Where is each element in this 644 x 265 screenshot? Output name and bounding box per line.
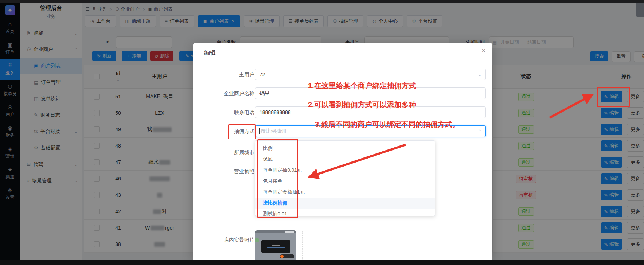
- store-photo-thumbnail[interactable]: [255, 230, 296, 260]
- annotation-note-1: 1.在这里给某个商户绑定抽佣方式: [308, 81, 416, 91]
- modal-title: 编辑: [204, 49, 216, 57]
- dropdown-option[interactable]: 比例: [255, 143, 435, 154]
- close-icon[interactable]: ×: [481, 47, 485, 55]
- merchant-name-label: 企业商户名称: [197, 90, 254, 97]
- dropdown-option[interactable]: 按比例抽佣: [255, 198, 435, 209]
- chevron-up-icon: ⌃: [478, 129, 482, 134]
- dropdown-option[interactable]: 每单固定抽0.01元: [255, 165, 435, 176]
- city-label: 所属城市: [197, 149, 254, 156]
- main-user-label: 主用户: [197, 71, 254, 78]
- license-label: 营业执照: [197, 168, 254, 175]
- store-photos-label: 店内实景照片: [197, 237, 254, 243]
- photo-upload-box[interactable]: [302, 230, 346, 261]
- phone-label: 联系电话: [197, 109, 254, 116]
- dropdown-option[interactable]: 保底: [255, 154, 435, 165]
- annotation-note-2: 2.可以看到抽佣方式可以添加多种: [308, 100, 416, 110]
- top-strip: [0, 0, 644, 3]
- corner-square: [636, 3, 644, 17]
- dropdown-option[interactable]: 包月接单: [255, 176, 435, 187]
- edit-modal: 编辑 × 主用户 72 ⌄ 企业商户名称 碼皇 联系电话 18888888888…: [193, 43, 492, 260]
- commission-placeholder: 按比例抽佣: [261, 128, 286, 135]
- main-user-select[interactable]: 72 ⌄: [255, 69, 486, 80]
- dropdown-option[interactable]: 测试抽0.01: [255, 209, 435, 216]
- text-caret: [259, 128, 260, 134]
- annotation-note-3: 3.然后不同的商户可以绑定不同的抽佣方式。: [315, 120, 460, 129]
- admin-screen: ✦ ⌂首页▣订单⠿业务⚇接单员☉用户◉财务◈营销✦渠道⚙设置 管理后台 业务 ⚑…: [0, 0, 644, 265]
- chevron-down-icon: ⌄: [478, 72, 482, 77]
- commission-dropdown: 比例保底每单固定抽0.01元包月接单每单固定金额抽1元按比例抽佣测试抽0.01: [255, 140, 435, 216]
- bottom-strip: [0, 260, 644, 265]
- commission-label: 抽佣方式: [197, 128, 254, 135]
- dropdown-option[interactable]: 每单固定金额抽1元: [255, 187, 435, 198]
